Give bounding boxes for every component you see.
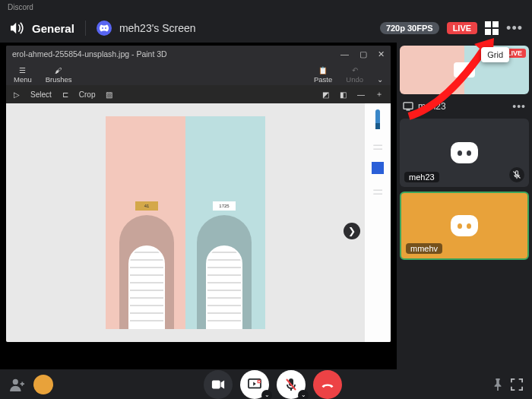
chevron-down-icon: ⌄ bbox=[377, 75, 383, 84]
color-swatch bbox=[372, 162, 384, 174]
pen-tool-icon bbox=[375, 109, 380, 129]
grid-view-button[interactable] bbox=[485, 21, 499, 35]
stream-subtitle: meh23's Screen bbox=[119, 22, 196, 34]
door-number-right: 1725 bbox=[213, 201, 236, 211]
crop-icon: ⊏ bbox=[62, 90, 68, 99]
quality-badge: 720p 30FPS bbox=[380, 22, 439, 34]
stream-preview-tile[interactable]: LIVE bbox=[400, 46, 529, 94]
fullscreen-button[interactable] bbox=[511, 378, 523, 391]
self-avatar bbox=[33, 375, 53, 394]
disconnect-button[interactable] bbox=[313, 370, 342, 399]
divider bbox=[85, 21, 86, 36]
canvas-image: 41 1725 bbox=[106, 116, 265, 329]
camera-icon bbox=[454, 62, 475, 78]
grid-tooltip: Grid bbox=[481, 47, 509, 62]
participant-tile[interactable]: mmehv bbox=[400, 192, 529, 260]
paint3d-menu-button: ☰Menu bbox=[14, 66, 32, 84]
svg-point-1 bbox=[105, 27, 106, 29]
svg-point-4 bbox=[13, 378, 18, 384]
window-controls: —▢✕ bbox=[340, 49, 385, 59]
stream-stage: erol-ahmed-255854-unsplash.jpg - Paint 3… bbox=[0, 43, 397, 369]
pin-button[interactable] bbox=[492, 378, 503, 391]
add-user-button[interactable] bbox=[9, 378, 26, 391]
select-tool: Select bbox=[30, 90, 52, 99]
stream-user-label: meh23 bbox=[418, 101, 446, 112]
participant-tile[interactable]: meh23 bbox=[400, 119, 529, 187]
magic-select-icon: ▨ bbox=[106, 90, 112, 99]
sliders-icon: ⚌ bbox=[372, 183, 383, 198]
more-button[interactable]: ••• bbox=[506, 21, 523, 36]
participant-name: meh23 bbox=[404, 172, 439, 182]
live-badge: LIVE bbox=[447, 22, 477, 34]
call-controls: ⌄ ⌄ bbox=[0, 369, 532, 399]
speaker-icon bbox=[9, 22, 24, 34]
participant-name: mmehv bbox=[406, 243, 442, 254]
shared-app-window: erol-ahmed-255854-unsplash.jpg - Paint 3… bbox=[6, 46, 391, 342]
zoom-in-icon: ＋ bbox=[375, 89, 383, 100]
window-titlebar: Discord bbox=[0, 0, 532, 14]
cursor-icon: ▷ bbox=[14, 90, 20, 99]
screenshare-button[interactable]: ⌄ bbox=[240, 370, 269, 399]
camera-button[interactable] bbox=[204, 370, 233, 399]
chevron-down-icon[interactable]: ⌄ bbox=[298, 390, 309, 400]
door-number-left: 41 bbox=[135, 201, 158, 211]
sliders-icon: ⚌ bbox=[372, 138, 383, 153]
muted-icon bbox=[509, 167, 524, 182]
shared-window-title: erol-ahmed-255854-unsplash.jpg - Paint 3… bbox=[12, 49, 167, 59]
streamer-avatar bbox=[97, 21, 112, 36]
paint3d-undo-button: ↶Undo bbox=[346, 66, 363, 84]
discord-avatar-icon bbox=[451, 142, 478, 163]
svg-rect-5 bbox=[212, 380, 220, 388]
paint3d-right-panel: ⚌ ⚌ bbox=[365, 103, 391, 342]
screen-icon bbox=[403, 102, 413, 111]
channel-name: General bbox=[32, 22, 74, 35]
call-header: General meh23's Screen 720p 30FPS LIVE •… bbox=[0, 14, 532, 43]
expand-panel-button[interactable]: ❯ bbox=[344, 223, 360, 239]
discord-avatar-icon bbox=[451, 215, 478, 236]
paint3d-brushes-button: 🖌Brushes bbox=[46, 66, 72, 84]
app-name: Discord bbox=[8, 3, 33, 11]
svg-rect-2 bbox=[404, 103, 413, 109]
paint3d-paste-button: 📋Paste bbox=[314, 66, 332, 84]
crop-tool: Crop bbox=[79, 90, 96, 99]
mute-button[interactable]: ⌄ bbox=[277, 370, 306, 399]
view-mixed-icon: ◧ bbox=[340, 90, 347, 99]
svg-point-0 bbox=[102, 27, 103, 29]
svg-rect-3 bbox=[406, 109, 410, 110]
zoom-out-icon: — bbox=[357, 90, 365, 99]
view-3d-icon: ◩ bbox=[322, 90, 329, 99]
participants-column: LIVE meh23 ••• meh23 mmehv bbox=[397, 43, 532, 369]
chevron-down-icon[interactable]: ⌄ bbox=[261, 390, 272, 400]
tile-more-button[interactable]: ••• bbox=[512, 100, 526, 112]
